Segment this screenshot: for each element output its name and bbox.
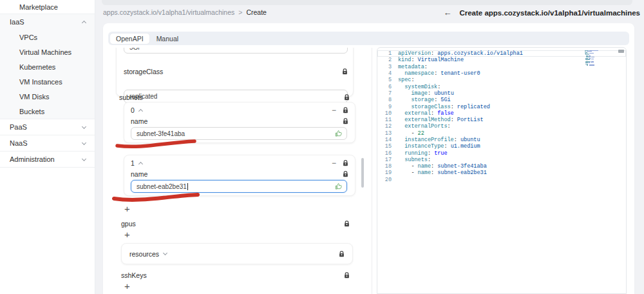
back-arrow-icon[interactable]: ← [443,8,451,17]
chevron-down-icon [82,156,86,161]
field-label: resources [129,250,159,258]
item-index: 0 [131,106,135,114]
add-subnet-button[interactable]: + [124,204,130,213]
sidebar-item-vm-disks[interactable]: VM Disks [0,89,95,104]
code-line[interactable]: 12 externalPorts: [377,123,626,130]
tab-manual[interactable]: Manual [151,34,184,44]
remove-item-button[interactable]: − [332,106,336,114]
line-number: 2 [377,57,392,63]
subnet-1-name-input[interactable]: subnet-eab2be31 [131,180,347,193]
create-form-card: OpenAPI Manual 5Gi storageClass replicat… [103,23,634,294]
code-line[interactable]: 13 - 22 [377,130,626,137]
subnet-item-1-header: 1 − [131,159,348,167]
tab-openapi[interactable]: OpenAPI [110,34,149,44]
code-line[interactable]: 11 externalMethod: PortList [377,117,626,123]
line-number: 10 [377,110,392,117]
scrolled-toolbar-edge [102,0,632,5]
sidebar-item-label: Kubernetes [19,63,55,71]
subnets-label-row: subnets [119,93,350,101]
code-line[interactable]: 10 external: false [377,110,626,117]
pane-divider [372,48,372,294]
page-title: Create apps.cozystack.io/v1alpha1/virtua… [459,9,640,17]
field-label: name [131,170,147,178]
code-line[interactable]: 5spec: [377,77,626,83]
line-number: 3 [377,64,392,70]
code-line[interactable]: 9 storageClass: replicated [377,103,626,110]
sidebar-item-buckets[interactable]: Buckets [0,104,95,119]
sidebar-item-vm-instances[interactable]: VM Instances [0,74,95,89]
sidebar-section-header-paas[interactable]: PaaS [0,119,95,135]
code-line[interactable]: 14 instanceProfile: ubuntu [377,137,626,143]
form-scrollbar-thumb[interactable] [361,158,364,188]
code-line[interactable]: 15 instanceType: u1.medium [377,143,626,150]
sidebar-item-label: Marketplace [19,3,58,11]
subnet-item-0-card: 0 − name subnet-3fe41aba [124,102,355,143]
lock-icon[interactable] [344,220,350,227]
openapi-form-pane: 5Gi storageClass replicated subnets 0 − [113,48,371,294]
subnet-item-0-name-row: name [131,117,348,125]
sidebar-item-vpcs[interactable]: VPCs [0,30,95,44]
line-number: 18 [377,163,392,170]
code-line[interactable]: 17 subnets: [377,157,626,163]
storage-size-input[interactable]: 5Gi [124,48,348,54]
line-number: 14 [377,137,392,143]
sidebar-section-header-iaas[interactable]: IaaS [0,14,95,30]
lock-icon[interactable] [343,107,348,113]
yaml-editor[interactable]: 1apiVersion: apps.cozystack.io/v1alpha12… [377,47,627,294]
line-number: 12 [377,123,392,130]
input-value: subnet-eab2be31 [137,183,187,190]
thumbs-up-icon [335,130,343,139]
page-header: ← Create apps.cozystack.io/v1alpha1/virt… [443,8,640,17]
breadcrumb-parent-link[interactable]: apps.cozystack.io/v1alpha1/virtualmachin… [103,8,234,16]
add-gpu-button[interactable]: + [124,230,130,239]
lock-icon[interactable] [344,272,350,279]
subnet-item-1-card: 1 − name subnet-eab2be31 [124,155,355,196]
sidebar-item-marketplace[interactable]: Marketplace [0,0,95,14]
sidebar-section-header-administration[interactable]: Administration [0,152,95,167]
line-number: 20 [377,177,392,183]
code-line[interactable]: 16 running: true [377,150,626,156]
subnet-0-name-input[interactable]: subnet-3fe41aba [131,127,347,140]
resources-panel[interactable]: resources [121,243,353,264]
lock-icon[interactable] [344,94,350,101]
line-number: 11 [377,117,392,123]
add-sshkey-button[interactable]: + [124,281,130,291]
code-line[interactable]: 4 namespace: tenant-user0 [377,70,626,77]
breadcrumb-current: Create [246,8,267,16]
code-line[interactable]: 19 - name: subnet-eab2be31 [377,170,626,176]
item-index: 1 [131,159,135,167]
code-line[interactable]: 18 - name: subnet-3fe41aba [377,163,626,170]
field-label: subnets [119,93,143,101]
line-number: 16 [377,150,392,157]
storage-class-label-row: storageClass [124,68,348,75]
subnet-item-0-header: 0 − [131,106,348,114]
sidebar-item-kubernetes[interactable]: Kubernetes [0,59,95,74]
thumbs-up-icon [335,182,343,191]
line-number: 5 [377,77,392,83]
input-value: 5Gi [129,48,140,51]
sidebar-item-virtual-machines[interactable]: Virtual Machines [0,44,95,59]
editor-scrollbar-thumb[interactable] [618,50,624,53]
lock-icon[interactable] [343,160,348,166]
chevron-up-icon [138,109,143,113]
subnet-item-0-collapse[interactable]: 0 [131,106,142,114]
code-line[interactable]: 20 [377,177,626,183]
subnet-item-1-collapse[interactable]: 1 [131,159,142,167]
editor-minimap[interactable] [585,50,611,67]
sshkeys-label-row: sshKeys [121,271,350,279]
sidebar-section-header-naas[interactable]: NaaS [0,135,95,151]
lock-icon[interactable] [343,171,348,177]
sidebar-item-label: VM Instances [19,78,62,86]
line-number: 19 [377,170,392,176]
lock-icon[interactable] [342,68,348,75]
editor-mode-tabs: OpenAPI Manual [108,32,629,45]
lock-icon[interactable] [343,118,348,124]
code-line[interactable]: 8 storage: 5Gi [377,97,626,103]
remove-item-button[interactable]: − [332,159,336,167]
chevron-down-icon [163,251,167,255]
field-label: name [131,117,147,125]
code-line[interactable]: 7 image: ubuntu [377,90,626,97]
line-number: 1 [377,50,392,57]
code-line[interactable]: 6 systemDisk: [377,83,626,90]
lock-icon[interactable] [339,251,345,257]
